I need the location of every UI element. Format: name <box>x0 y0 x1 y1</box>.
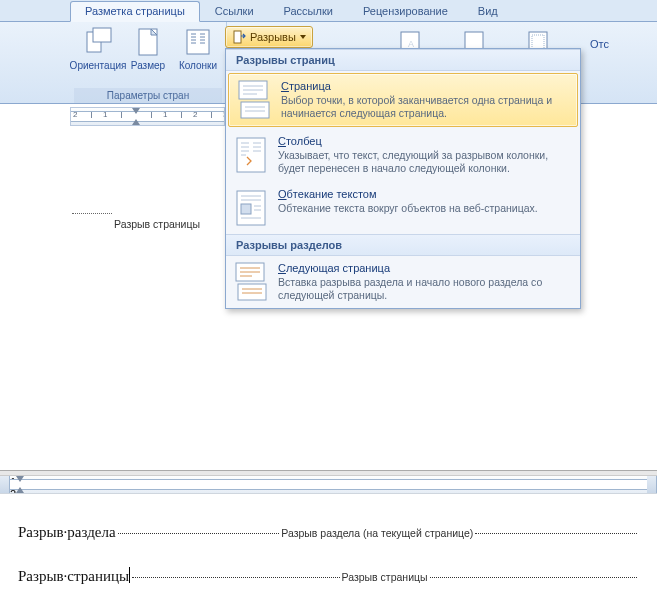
dot-fill <box>132 577 339 578</box>
chevron-down-icon <box>300 35 306 39</box>
section-break-mid-label: Разрыв раздела (на текущей странице) <box>281 527 473 539</box>
group-page-setup: Ориентация Размер <box>70 22 227 103</box>
breaks-icon <box>232 30 246 44</box>
columns-button[interactable]: Колонки <box>174 24 222 88</box>
break-column-title: Столбец <box>278 135 572 147</box>
size-icon <box>133 26 163 58</box>
page-break-mid-label: Разрыв страницы <box>342 571 428 583</box>
svg-rect-12 <box>234 31 241 43</box>
tab-review[interactable]: Рецензирование <box>348 1 463 22</box>
ruler-cap-left[interactable] <box>0 476 10 493</box>
page-break-label-small: Разрыв страницы <box>114 218 200 230</box>
page-break-dotted-line <box>72 213 112 214</box>
breaks-dropdown: Разрывы страниц Страница Выбор точки, в … <box>225 48 581 309</box>
svg-rect-3 <box>187 30 209 54</box>
dropdown-header-section-breaks: Разрывы разделов <box>226 234 580 256</box>
svg-rect-37 <box>241 204 251 214</box>
breaks-button[interactable]: Разрывы <box>225 26 313 48</box>
break-page-icon <box>237 80 271 120</box>
ribbon-tabs: Разметка страницы Ссылки Рассылки Реценз… <box>0 0 657 22</box>
break-textwrap-item[interactable]: Обтекание текстом Обтекание текста вокру… <box>226 182 580 234</box>
orientation-button[interactable]: Ориентация <box>74 24 122 88</box>
indent-partial-label: Отс <box>590 38 609 50</box>
section-break-line: Разрыв·раздела Разрыв раздела (на текуще… <box>18 524 639 541</box>
orientation-icon <box>83 26 113 58</box>
tab-mailings[interactable]: Рассылки <box>269 1 348 22</box>
columns-label: Колонки <box>179 60 217 71</box>
break-page-desc: Выбор точки, в которой заканчивается одн… <box>281 94 569 120</box>
svg-rect-20 <box>241 102 269 118</box>
break-column-item[interactable]: Столбец Указывает, что текст, следующий … <box>226 129 580 181</box>
break-column-icon <box>234 135 268 175</box>
page-break-line: Разрыв·страницы Разрыв страницы <box>18 565 639 585</box>
tab-page-layout[interactable]: Разметка страницы <box>70 1 200 22</box>
dropdown-header-page-breaks: Разрывы страниц <box>226 49 580 71</box>
size-label: Размер <box>131 60 165 71</box>
page-break-left-label: Разрыв·страницы <box>18 568 129 585</box>
break-nextpage-item[interactable]: Следующая страница Вставка разрыва разде… <box>226 256 580 308</box>
dot-fill <box>430 577 637 578</box>
ruler-small[interactable]: 21123 <box>70 107 225 126</box>
text-caret <box>129 567 130 583</box>
svg-rect-1 <box>93 28 111 42</box>
ribbon-area: Разметка страницы Ссылки Рассылки Реценз… <box>0 0 657 320</box>
orientation-label: Ориентация <box>70 60 127 71</box>
break-nextpage-desc: Вставка разрыва раздела и начало нового … <box>278 276 572 302</box>
dot-fill <box>118 533 280 534</box>
ruler-big-wrap: 1234567891011121314151617 <box>0 476 657 494</box>
break-textwrap-title: Обтекание текстом <box>278 188 572 200</box>
document-bottom-area: 1234567891011121314151617 Разрыв·раздела… <box>0 470 657 605</box>
group-page-setup-caption: Параметры стран <box>74 88 222 103</box>
break-textwrap-icon <box>234 188 268 228</box>
ruler-cap-right[interactable] <box>647 476 657 493</box>
dot-fill <box>475 533 637 534</box>
ruler-big[interactable]: 1234567891011121314151617 <box>10 476 647 493</box>
svg-rect-42 <box>238 284 266 300</box>
break-page-item[interactable]: Страница Выбор точки, в которой заканчив… <box>228 73 578 127</box>
break-column-desc: Указывает, что текст, следующий за разры… <box>278 149 572 175</box>
break-nextpage-title: Следующая страница <box>278 262 572 274</box>
breaks-label: Разрывы <box>250 31 296 43</box>
section-break-left-label: Разрыв·раздела <box>18 524 116 541</box>
tab-view[interactable]: Вид <box>463 1 513 22</box>
break-page-title: Страница <box>281 80 569 92</box>
columns-icon <box>183 26 213 58</box>
size-button[interactable]: Размер <box>124 24 172 88</box>
tab-references[interactable]: Ссылки <box>200 1 269 22</box>
break-textwrap-desc: Обтекание текста вокруг объектов на веб-… <box>278 202 572 215</box>
document-body[interactable]: Разрыв·раздела Разрыв раздела (на текуще… <box>0 494 657 605</box>
break-nextpage-icon <box>234 262 268 302</box>
